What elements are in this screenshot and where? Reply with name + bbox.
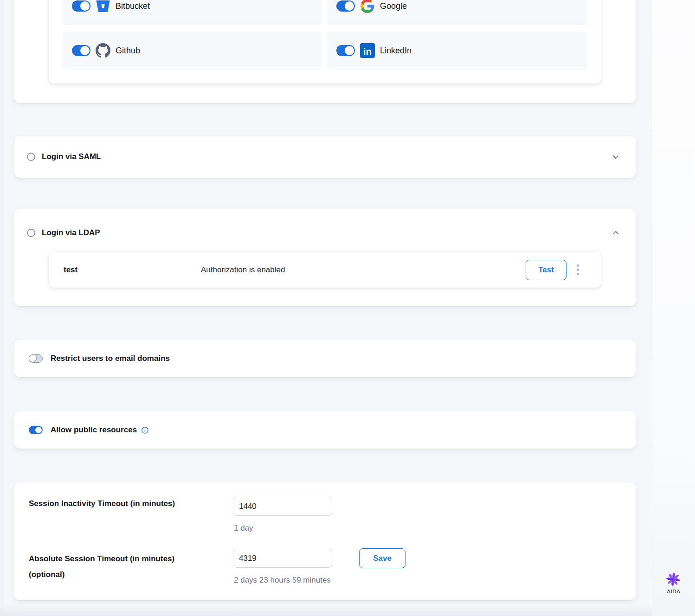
session-inactivity-hint: 1 day — [234, 524, 253, 533]
session-inactivity-input[interactable] — [233, 497, 332, 516]
page-left-margin — [0, 0, 4, 616]
github-label: Github — [116, 46, 140, 56]
google-icon — [360, 0, 375, 13]
bitbucket-icon — [96, 0, 110, 13]
chevron-down-icon[interactable] — [611, 153, 620, 161]
aida-brand-label: AIDA — [652, 589, 695, 594]
bitbucket-toggle[interactable] — [72, 0, 90, 12]
bottom-fade — [0, 604, 652, 616]
bitbucket-label: Bitbucket — [116, 1, 150, 11]
linkedin-label: LinkedIn — [380, 46, 412, 56]
session-inactivity-label: Session Inactivity Timeout (in minutes) — [29, 499, 224, 508]
save-button[interactable]: Save — [359, 548, 405, 568]
provider-tile-linkedin: in LinkedIn — [327, 32, 587, 70]
info-icon[interactable] — [142, 427, 148, 434]
chevron-up-icon[interactable] — [611, 229, 620, 237]
allow-public-resources-card: Allow public resources — [14, 411, 636, 449]
ldap-server-row: test Authorization is enabled Test — [49, 252, 601, 288]
google-toggle[interactable] — [336, 0, 355, 12]
oauth-providers-panel: Bitbucket Google Github — [49, 0, 601, 83]
kebab-menu-icon[interactable] — [577, 264, 579, 275]
absolute-session-hint: 2 days 23 hours 59 minutes — [234, 576, 331, 585]
ldap-title: Login via LDAP — [42, 228, 100, 237]
saml-title: Login via SAML — [42, 152, 101, 161]
restrict-email-domains-card: Restrict users to email domains — [14, 340, 636, 377]
provider-tile-google: Google — [327, 0, 587, 25]
google-label: Google — [380, 1, 407, 11]
allow-public-resources-toggle[interactable] — [29, 426, 43, 434]
ldap-server-name: test — [64, 265, 201, 275]
panel-divider — [652, 130, 652, 616]
ldap-server-status: Authorization is enabled — [201, 265, 526, 275]
oauth-providers-card: Bitbucket Google Github — [14, 0, 636, 103]
provider-tile-bitbucket: Bitbucket — [63, 0, 322, 25]
restrict-email-domains-label: Restrict users to email domains — [51, 354, 170, 363]
allow-public-resources-label: Allow public resources — [51, 425, 137, 435]
saml-section-card: Login via SAML — [14, 136, 636, 178]
ldap-section-card: Login via LDAP test Authorization is ena… — [14, 209, 636, 306]
ldap-test-button[interactable]: Test — [526, 260, 566, 280]
restrict-email-domains-toggle[interactable] — [29, 354, 43, 363]
saml-radio[interactable] — [27, 153, 35, 161]
provider-tile-github: Github — [63, 32, 322, 70]
github-icon — [96, 43, 110, 58]
aida-logo-icon[interactable] — [665, 571, 682, 588]
ldap-header: Login via LDAP — [27, 226, 620, 240]
right-sidebar — [652, 0, 695, 616]
ldap-radio[interactable] — [27, 229, 35, 237]
github-toggle[interactable] — [72, 45, 90, 56]
linkedin-icon: in — [360, 43, 375, 58]
linkedin-toggle[interactable] — [336, 45, 355, 56]
session-timeouts-card: Session Inactivity Timeout (in minutes) … — [14, 482, 636, 600]
absolute-session-label: Absolute Session Timeout (in minutes) (o… — [29, 551, 212, 583]
absolute-session-input[interactable] — [233, 549, 332, 568]
